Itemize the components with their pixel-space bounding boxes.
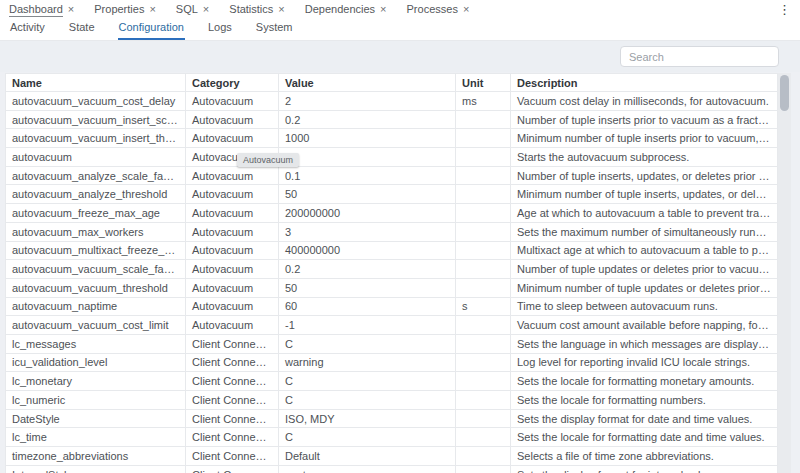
cell-unit[interactable] (456, 204, 511, 223)
cell-name[interactable]: autovacuum_vacuum_cost_limit (6, 316, 186, 335)
cell-value[interactable]: C (279, 372, 456, 391)
cell-category[interactable]: Client Connection Defaults (186, 372, 279, 391)
cell-unit[interactable] (456, 316, 511, 335)
cell-description[interactable]: Sets the maximum number of simultaneousl… (511, 222, 778, 241)
cell-description[interactable]: Sets the display format for interval val… (511, 465, 778, 473)
table-row[interactable]: autovacuum_vacuum_cost_limit Autovacuum … (6, 316, 778, 335)
table-row[interactable]: timezone_abbreviations Client Connection… (6, 447, 778, 466)
cell-category[interactable]: Autovacuum (186, 297, 279, 316)
cell-description[interactable]: Sets the locale for formatting monetary … (511, 372, 778, 391)
cell-value[interactable]: on (279, 148, 456, 167)
table-row[interactable]: lc_monetary Client Connection Defaults C… (6, 372, 778, 391)
cell-value[interactable]: postgres (279, 465, 456, 473)
cell-category[interactable]: Autovacuum (186, 110, 279, 129)
close-icon[interactable]: × (68, 4, 74, 15)
cell-description[interactable]: Sets the locale for formatting numbers. (511, 391, 778, 410)
table-row[interactable]: DateStyle Client Connection Defaults ISO… (6, 409, 778, 428)
cell-description[interactable]: Minimum number of tuple inserts, updates… (511, 185, 778, 204)
cell-category[interactable]: Autovacuum (186, 222, 279, 241)
cell-description[interactable]: Minimum number of tuple updates or delet… (511, 278, 778, 297)
cell-value[interactable]: 60 (279, 297, 456, 316)
cell-category[interactable]: Autovacuum (186, 204, 279, 223)
table-row[interactable]: lc_numeric Client Connection Defaults C … (6, 391, 778, 410)
cell-category[interactable]: Autovacuum (186, 92, 279, 111)
cell-name[interactable]: autovacuum_multixact_freeze_max_age (6, 241, 186, 260)
cell-description[interactable]: Sets the display format for date and tim… (511, 409, 778, 428)
cell-value[interactable]: C (279, 391, 456, 410)
cell-description[interactable]: Vacuum cost amount available before napp… (511, 316, 778, 335)
cell-unit[interactable] (456, 222, 511, 241)
cell-category[interactable]: Autovacuum (186, 260, 279, 279)
cell-unit[interactable] (456, 447, 511, 466)
table-row[interactable]: lc_time Client Connection Defaults C Set… (6, 428, 778, 447)
table-row[interactable]: autovacuum_vacuum_insert_threshold Autov… (6, 129, 778, 148)
cell-description[interactable]: Number of tuple inserts, updates, or del… (511, 166, 778, 185)
main-tab[interactable]: Processes × (407, 3, 470, 16)
main-tab[interactable]: Dashboard × (9, 3, 74, 17)
table-row[interactable]: autovacuum_multixact_freeze_max_age Auto… (6, 241, 778, 260)
cell-unit[interactable] (456, 185, 511, 204)
subtab[interactable]: Activity (9, 21, 46, 40)
table-row[interactable]: lc_messages Client Connection Defaults C… (6, 334, 778, 353)
cell-category[interactable]: Client Connection Defaults (186, 353, 279, 372)
cell-description[interactable]: Log level for reporting invalid ICU loca… (511, 353, 778, 372)
cell-category[interactable]: Autovacuum (186, 241, 279, 260)
table-row[interactable]: autovacuum_naptime Autovacuum 60 s Time … (6, 297, 778, 316)
cell-unit[interactable] (456, 428, 511, 447)
cell-value[interactable]: 0.1 (279, 166, 456, 185)
cell-name[interactable]: lc_numeric (6, 391, 186, 410)
cell-description[interactable]: Time to sleep between autovacuum runs. (511, 297, 778, 316)
close-icon[interactable]: × (149, 4, 155, 15)
cell-unit[interactable] (456, 391, 511, 410)
cell-description[interactable]: Multixact age at which to autovacuum a t… (511, 241, 778, 260)
table-row[interactable]: IntervalStyle Client Connection Defaults… (6, 465, 778, 473)
subtab[interactable]: Configuration (118, 21, 185, 40)
cell-value[interactable]: 50 (279, 278, 456, 297)
column-header-description[interactable]: Description (511, 74, 778, 92)
cell-name[interactable]: autovacuum_analyze_scale_factor (6, 166, 186, 185)
close-icon[interactable]: × (380, 4, 386, 15)
cell-name[interactable]: DateStyle (6, 409, 186, 428)
cell-name[interactable]: autovacuum_freeze_max_age (6, 204, 186, 223)
table-row[interactable]: autovacuum Autovacuum on Starts the auto… (6, 148, 778, 167)
cell-category[interactable]: Client Connection Defaults (186, 409, 279, 428)
column-header-name[interactable]: Name (6, 74, 186, 92)
cell-name[interactable]: autovacuum_vacuum_insert_scale_factor (6, 110, 186, 129)
table-row[interactable]: autovacuum_analyze_threshold Autovacuum … (6, 185, 778, 204)
cell-category[interactable]: Autovacuum (186, 316, 279, 335)
table-row[interactable]: autovacuum_analyze_scale_factor Autovacu… (6, 166, 778, 185)
cell-category[interactable]: Autovacuum (186, 185, 279, 204)
subtab[interactable]: Logs (207, 21, 233, 40)
cell-value[interactable]: 2 (279, 92, 456, 111)
cell-value[interactable]: 400000000 (279, 241, 456, 260)
table-row[interactable]: autovacuum_vacuum_insert_scale_factor Au… (6, 110, 778, 129)
cell-unit[interactable] (456, 241, 511, 260)
subtab[interactable]: System (255, 21, 294, 40)
column-header-category[interactable]: Category (186, 74, 279, 92)
cell-unit[interactable]: ms (456, 92, 511, 111)
cell-name[interactable]: autovacuum_vacuum_threshold (6, 278, 186, 297)
main-tab[interactable]: Statistics × (229, 3, 284, 16)
cell-unit[interactable] (456, 129, 511, 148)
table-row[interactable]: autovacuum_max_workers Autovacuum 3 Sets… (6, 222, 778, 241)
cell-category[interactable]: Autovacuum (186, 278, 279, 297)
search-input[interactable] (620, 46, 779, 67)
cell-description[interactable]: Sets the locale for formatting date and … (511, 428, 778, 447)
cell-name[interactable]: autovacuum_vacuum_insert_threshold (6, 129, 186, 148)
main-tab[interactable]: SQL × (176, 3, 209, 16)
cell-unit[interactable] (456, 334, 511, 353)
cell-description[interactable]: Minimum number of tuple inserts prior to… (511, 129, 778, 148)
cell-value[interactable]: 0.2 (279, 110, 456, 129)
cell-description[interactable]: Sets the language in which messages are … (511, 334, 778, 353)
cell-name[interactable]: icu_validation_level (6, 353, 186, 372)
column-header-value[interactable]: Value (279, 74, 456, 92)
cell-value[interactable]: 1000 (279, 129, 456, 148)
cell-description[interactable]: Number of tuple updates or deletes prior… (511, 260, 778, 279)
cell-value[interactable]: Default (279, 447, 456, 466)
cell-category[interactable]: Autovacuum (186, 166, 279, 185)
main-tab[interactable]: Properties × (94, 3, 156, 16)
cell-name[interactable]: autovacuum_max_workers (6, 222, 186, 241)
cell-unit[interactable] (456, 465, 511, 473)
main-tab[interactable]: Dependencies × (305, 3, 387, 16)
cell-name[interactable]: lc_monetary (6, 372, 186, 391)
